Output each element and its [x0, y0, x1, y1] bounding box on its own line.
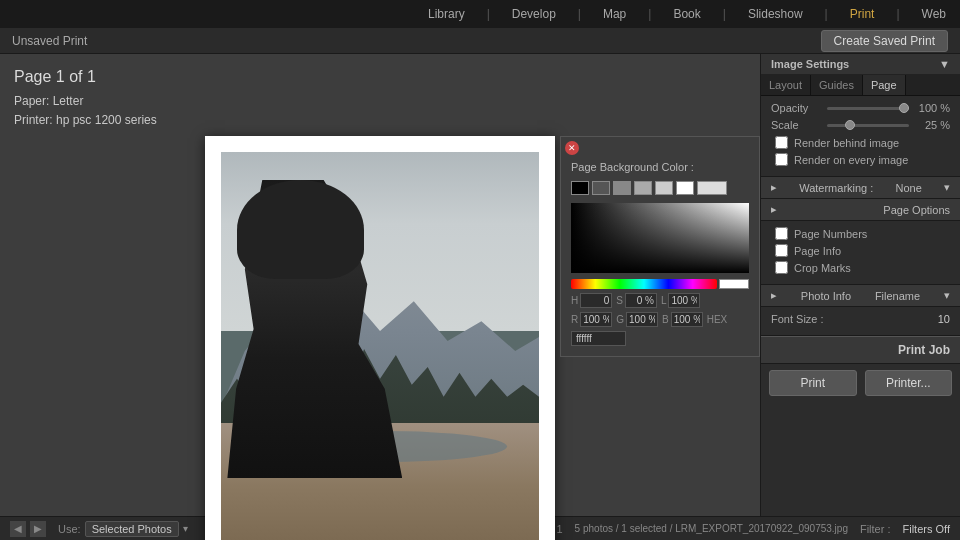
page-numbers-checkbox[interactable]: [775, 227, 788, 240]
bg-color-row: Page Background Color :: [571, 161, 749, 173]
nav-book[interactable]: Book: [669, 7, 704, 21]
page-options-section: Page Numbers Page Info Crop Marks: [761, 221, 960, 285]
filter-label: Filter :: [860, 523, 891, 535]
close-icon[interactable]: ✕: [565, 141, 579, 155]
swatch-black[interactable]: [571, 181, 589, 195]
canvas-area: ✕ Page Background Color :: [0, 136, 760, 540]
chevron-down-icon: ▼: [939, 58, 950, 70]
scale-value: 25 %: [915, 119, 950, 131]
scale-row: Scale 25 %: [771, 119, 950, 131]
crop-marks-label: Crop Marks: [794, 262, 851, 274]
scale-thumb[interactable]: [845, 120, 855, 130]
filter-value[interactable]: Filters Off: [903, 523, 950, 535]
opacity-row: Opacity 100 %: [771, 102, 950, 114]
swatch-light[interactable]: [634, 181, 652, 195]
page-info-checkbox[interactable]: [775, 244, 788, 257]
render-on-every-row: Render on every image: [771, 153, 950, 166]
red-input[interactable]: [580, 312, 612, 327]
chevron-icon3: ▾: [944, 289, 950, 302]
triangle-icon3: ▸: [771, 289, 777, 302]
right-nav-tabs: Layout Guides Page: [761, 75, 960, 96]
font-size-value: 10: [938, 313, 950, 325]
nav-develop[interactable]: Develop: [508, 7, 560, 21]
blue-field: B: [662, 312, 703, 327]
hue-input[interactable]: [580, 293, 612, 308]
paper-info: Paper: Letter: [14, 92, 746, 111]
watermarking-header[interactable]: ▸ Watermarking : None ▾: [761, 177, 960, 199]
opacity-label: Opacity: [771, 102, 821, 114]
photo-info-value: Filename: [875, 290, 920, 302]
triangle-icon2: ▸: [771, 203, 777, 216]
scale-label: Scale: [771, 119, 821, 131]
gradient-overlay: [571, 203, 749, 273]
photo-info-header[interactable]: ▸ Photo Info Filename ▾: [761, 285, 960, 307]
printer-info: Printer: hp psc 1200 series: [14, 111, 746, 130]
hue-field: H: [571, 293, 612, 308]
page-options-label: Page Options: [883, 204, 950, 216]
font-size-label: Font Size :: [771, 313, 824, 325]
print-job-label: Print Job: [898, 343, 950, 357]
font-size-row: Font Size : 10: [771, 313, 950, 325]
page-numbers-label: Page Numbers: [794, 228, 867, 240]
create-saved-button[interactable]: Create Saved Print: [821, 30, 948, 52]
tab-guides[interactable]: Guides: [811, 75, 863, 95]
swatch-lighter[interactable]: [655, 181, 673, 195]
nav-slideshow[interactable]: Slideshow: [744, 7, 807, 21]
left-panel: Page 1 of 1 Paper: Letter Printer: hp ps…: [0, 54, 760, 516]
opacity-thumb[interactable]: [899, 103, 909, 113]
lightness-input[interactable]: [668, 293, 700, 308]
page-options-header[interactable]: ▸ Page Options: [761, 199, 960, 221]
lightness-field: L: [661, 293, 701, 308]
swatch-mid[interactable]: [613, 181, 631, 195]
top-nav: Library | Develop | Map | Book | Slidesh…: [0, 0, 960, 28]
nav-print[interactable]: Print: [846, 7, 879, 21]
hex-row: H S L: [571, 293, 749, 308]
hue-slider[interactable]: [571, 279, 717, 289]
swatch-current[interactable]: [697, 181, 727, 195]
render-behind-label: Render behind image: [794, 137, 899, 149]
color-picker-overlay: ✕ Page Background Color :: [560, 136, 760, 357]
title-bar: Unsaved Print Create Saved Print: [0, 28, 960, 54]
tab-page[interactable]: Page: [863, 75, 906, 95]
font-size-section: Font Size : 10: [761, 307, 960, 336]
scale-slider[interactable]: [827, 124, 909, 127]
crop-marks-checkbox[interactable]: [775, 261, 788, 274]
image-settings-header[interactable]: Image Settings ▼: [761, 54, 960, 75]
swatch-dark[interactable]: [592, 181, 610, 195]
render-behind-checkbox[interactable]: [775, 136, 788, 149]
render-on-every-checkbox[interactable]: [775, 153, 788, 166]
opacity-slider[interactable]: [827, 107, 909, 110]
green-field: G: [616, 312, 658, 327]
tab-layout[interactable]: Layout: [761, 75, 811, 95]
photo-container: [205, 136, 555, 540]
hex-input[interactable]: [571, 331, 626, 346]
print-button[interactable]: Print: [769, 370, 857, 396]
page-numbers-row: Page Numbers: [771, 227, 950, 240]
main-area: Page 1 of 1 Paper: Letter Printer: hp ps…: [0, 54, 960, 516]
image-settings-label: Image Settings: [771, 58, 849, 70]
swatch-white[interactable]: [676, 181, 694, 195]
blue-input[interactable]: [671, 312, 703, 327]
render-on-every-label: Render on every image: [794, 154, 908, 166]
rgb-row: R G B HEX: [571, 312, 749, 346]
nav-map[interactable]: Map: [599, 7, 630, 21]
triangle-icon: ▸: [771, 181, 777, 194]
hue-bar: [571, 279, 749, 289]
color-gradient-box[interactable]: [571, 203, 749, 273]
photo-hat: [237, 180, 364, 280]
bg-color-label: Page Background Color :: [571, 161, 694, 173]
watermarking-value: None: [896, 182, 922, 194]
saturation-input[interactable]: [625, 293, 657, 308]
printer-button[interactable]: Printer...: [865, 370, 953, 396]
opacity-section: Opacity 100 % Scale 25 % Render behind i…: [761, 96, 960, 177]
saturation-field: S: [616, 293, 657, 308]
nav-library[interactable]: Library: [424, 7, 469, 21]
green-input[interactable]: [626, 312, 658, 327]
render-behind-row: Render behind image: [771, 136, 950, 149]
page-info-row: Page Info: [771, 244, 950, 257]
nav-web[interactable]: Web: [918, 7, 950, 21]
white-bar: [719, 279, 749, 289]
crop-marks-row: Crop Marks: [771, 261, 950, 274]
red-field: R: [571, 312, 612, 327]
photo-info-label: Photo Info: [801, 290, 851, 302]
